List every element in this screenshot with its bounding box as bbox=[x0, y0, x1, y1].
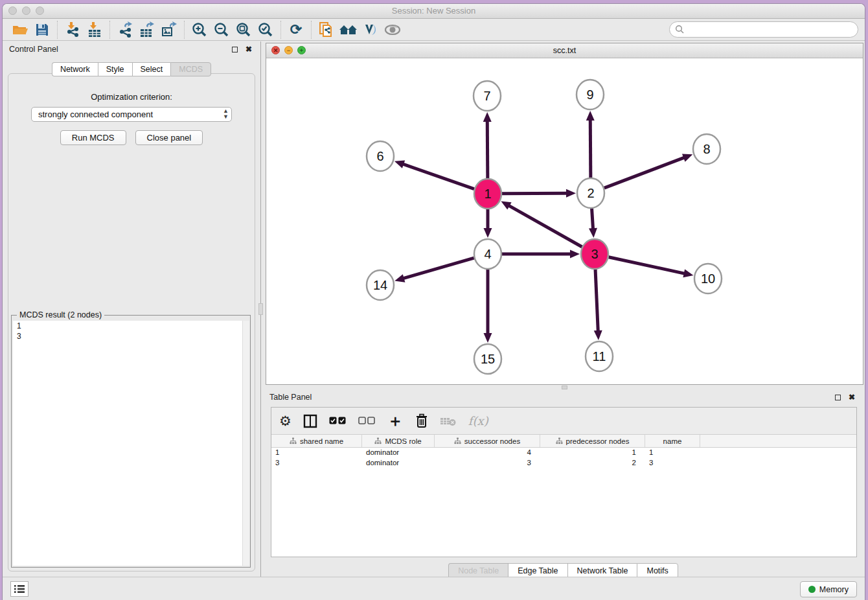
network-zoom-button[interactable]: + bbox=[297, 46, 306, 54]
memory-button[interactable]: Memory bbox=[800, 581, 857, 597]
edge-arrowhead bbox=[589, 228, 597, 238]
format-columns-button[interactable] bbox=[303, 414, 317, 428]
graph-edge-3-10[interactable] bbox=[609, 257, 685, 274]
graph-edge-3-1[interactable] bbox=[508, 205, 582, 247]
table-cell[interactable]: 1 bbox=[271, 448, 362, 458]
add-row-button[interactable]: ＋ bbox=[387, 413, 404, 429]
column-header-name[interactable]: name bbox=[645, 435, 700, 447]
graph-edge-2-3[interactable] bbox=[592, 209, 593, 229]
table-panel: Table Panel ✖ ⚙ bbox=[263, 389, 863, 577]
close-panel-button[interactable]: ✖ bbox=[244, 44, 254, 54]
graph-edge-1-6[interactable] bbox=[402, 164, 474, 189]
table-cell[interactable]: 3 bbox=[271, 458, 362, 468]
graph-node-2[interactable]: 2 bbox=[577, 178, 604, 208]
column-header-MCDS-role[interactable]: MCDS role bbox=[362, 435, 435, 447]
table-cell[interactable]: dominator bbox=[362, 448, 435, 458]
function-builder-button[interactable]: f(x) bbox=[468, 414, 488, 428]
import-network-button[interactable] bbox=[62, 20, 84, 40]
close-panel-inner-button[interactable]: Close panel bbox=[135, 130, 203, 145]
zoom-selected-button[interactable] bbox=[255, 20, 277, 40]
tab-network[interactable]: Network bbox=[52, 62, 98, 76]
optimization-dropdown[interactable]: strongly connected component ▲▼ bbox=[31, 107, 232, 122]
network-close-button[interactable]: ✕ bbox=[271, 46, 280, 54]
table-row[interactable]: 1dominator411 bbox=[271, 448, 856, 458]
edge-arrowhead bbox=[483, 112, 492, 122]
float-panel-button[interactable] bbox=[229, 44, 240, 54]
table-close-button[interactable]: ✖ bbox=[847, 392, 857, 402]
open-session-button[interactable] bbox=[9, 20, 31, 40]
tab-style[interactable]: Style bbox=[98, 62, 132, 76]
svg-text:8: 8 bbox=[703, 142, 710, 156]
graph-edge-1-2[interactable] bbox=[502, 193, 567, 194]
table-cell[interactable]: 2 bbox=[540, 458, 645, 468]
deselect-all-button[interactable] bbox=[358, 417, 376, 425]
table-cell[interactable]: 1 bbox=[645, 448, 700, 458]
delete-table-button[interactable] bbox=[440, 415, 457, 427]
graph-node-4[interactable]: 4 bbox=[474, 239, 501, 269]
zoom-fit-button[interactable] bbox=[233, 20, 255, 40]
column-header-successor-nodes[interactable]: successor nodes bbox=[435, 435, 540, 447]
export-network-button[interactable] bbox=[114, 20, 136, 40]
home-button[interactable] bbox=[337, 20, 360, 40]
graph-node-6[interactable]: 6 bbox=[367, 141, 394, 171]
clone-network-button[interactable] bbox=[315, 20, 337, 40]
vertical-splitter-handle[interactable] bbox=[258, 303, 263, 315]
close-window-button[interactable] bbox=[8, 6, 17, 15]
graph-edge-2-8[interactable] bbox=[604, 157, 685, 188]
zoom-window-button[interactable] bbox=[36, 6, 44, 15]
task-history-button[interactable] bbox=[10, 581, 29, 597]
save-icon bbox=[34, 22, 50, 38]
graph-node-15[interactable]: 15 bbox=[474, 344, 501, 374]
search-input[interactable] bbox=[687, 25, 858, 34]
table-settings-button[interactable]: ⚙ bbox=[279, 414, 291, 428]
minimize-window-button[interactable] bbox=[22, 6, 30, 15]
select-all-button[interactable] bbox=[329, 417, 347, 425]
graph-node-9[interactable]: 9 bbox=[577, 80, 604, 110]
table-cell[interactable]: 4 bbox=[435, 448, 540, 458]
svg-text:11: 11 bbox=[593, 349, 606, 363]
graph-node-11[interactable]: 11 bbox=[586, 341, 613, 371]
delete-row-button[interactable] bbox=[415, 413, 428, 429]
graph-node-8[interactable]: 8 bbox=[693, 134, 720, 164]
show-hide-button[interactable] bbox=[382, 20, 404, 40]
zoom-out-button[interactable] bbox=[211, 20, 233, 40]
zoom-fit-icon bbox=[235, 21, 252, 38]
graph-node-1[interactable]: 1 bbox=[474, 179, 501, 209]
result-scrollbar[interactable] bbox=[242, 321, 249, 566]
table-float-button[interactable] bbox=[832, 392, 843, 402]
apply-layout-button[interactable]: ⟳ bbox=[285, 20, 307, 40]
search-box[interactable] bbox=[669, 21, 858, 38]
table-cell[interactable]: 3 bbox=[435, 458, 540, 468]
graph-edge-1-7[interactable] bbox=[487, 121, 488, 178]
network-minimize-button[interactable]: − bbox=[284, 46, 293, 54]
graph-node-7[interactable]: 7 bbox=[474, 81, 501, 111]
import-table-button[interactable] bbox=[84, 20, 106, 40]
save-session-button[interactable] bbox=[31, 20, 53, 40]
table-row[interactable]: 3dominator323 bbox=[271, 458, 856, 468]
graph-node-14[interactable]: 14 bbox=[367, 270, 394, 300]
table-header-row: shared nameMCDS rolesuccessor nodesprede… bbox=[271, 435, 856, 448]
table-cell[interactable]: 1 bbox=[540, 448, 645, 458]
table-cell[interactable]: 3 bbox=[645, 458, 700, 468]
graph-node-3[interactable]: 3 bbox=[581, 239, 608, 269]
column-header-predecessor-nodes[interactable]: predecessor nodes bbox=[540, 435, 645, 447]
zoom-in-button[interactable] bbox=[188, 20, 211, 40]
export-table-button[interactable] bbox=[136, 20, 158, 40]
graph-node-10[interactable]: 10 bbox=[694, 264, 722, 294]
graph-edge-3-11[interactable] bbox=[595, 270, 598, 332]
network-canvas[interactable]: 7968124314101511 bbox=[266, 58, 863, 384]
graph-edge-2-9[interactable] bbox=[590, 119, 591, 178]
tab-mcds[interactable]: MCDS bbox=[170, 62, 211, 76]
run-mcds-button[interactable]: Run MCDS bbox=[60, 130, 126, 145]
column-header-shared-name[interactable]: shared name bbox=[271, 435, 362, 447]
network-titlebar[interactable]: ✕ − + scc.txt bbox=[266, 43, 863, 58]
control-tabs: NetworkStyleSelectMCDS bbox=[3, 62, 260, 76]
table-cell[interactable]: dominator bbox=[362, 458, 435, 468]
graph-edge-4-14[interactable] bbox=[403, 258, 474, 279]
mcds-result-text[interactable]: 13 bbox=[13, 321, 242, 566]
tab-select[interactable]: Select bbox=[132, 62, 171, 76]
toggle-graphics-details-button[interactable] bbox=[360, 20, 382, 40]
edge-arrowhead bbox=[682, 154, 692, 161]
table-body: 1dominator4113dominator323 bbox=[271, 448, 856, 468]
export-image-button[interactable] bbox=[158, 20, 180, 40]
